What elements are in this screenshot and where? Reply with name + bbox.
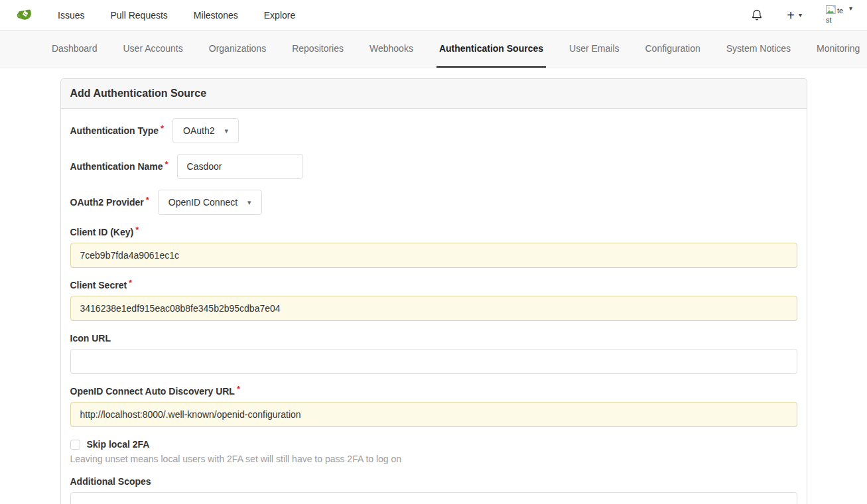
icon-url-label: Icon URL xyxy=(70,333,797,344)
add-auth-source-panel: Add Authentication Source Authentication… xyxy=(60,78,807,504)
chevron-down-icon: ▾ xyxy=(247,198,251,207)
authentication-name-input[interactable] xyxy=(177,154,303,179)
oauth2-provider-label: OAuth2 Provider* xyxy=(70,197,149,208)
primary-nav: Issues Pull Requests Milestones Explore xyxy=(58,10,295,21)
authentication-type-value: OAuth2 xyxy=(183,125,214,136)
tab-organizations[interactable]: Organizations xyxy=(206,31,269,68)
nav-explore[interactable]: Explore xyxy=(264,10,295,21)
oauth2-provider-value: OpenID Connect xyxy=(168,197,237,208)
required-asterisk: * xyxy=(146,195,149,205)
gitea-logo[interactable] xyxy=(15,5,35,25)
oidc-discovery-url-label: OpenID Connect Auto Discovery URL* xyxy=(70,386,797,397)
auth-source-form: Authentication Type* OAuth2 ▾ Authentica… xyxy=(61,109,807,504)
nav-right-group: + ▾ test ▾ xyxy=(751,5,852,25)
required-asterisk: * xyxy=(129,278,132,288)
chevron-down-icon: ▾ xyxy=(225,127,229,135)
required-asterisk: * xyxy=(135,225,139,235)
authentication-name-label: Authentication Name* xyxy=(70,161,168,172)
gitea-teacup-icon xyxy=(15,5,35,25)
create-new-dropdown[interactable]: + ▾ xyxy=(787,9,802,22)
field-authentication-type: Authentication Type* OAuth2 ▾ xyxy=(70,118,797,143)
field-oauth2-provider: OAuth2 Provider* OpenID Connect ▾ xyxy=(70,190,797,215)
tab-dashboard[interactable]: Dashboard xyxy=(49,31,100,68)
field-additional-scopes: Additional Scopes xyxy=(70,476,797,504)
required-asterisk: * xyxy=(161,123,164,133)
required-asterisk: * xyxy=(237,384,240,394)
chevron-down-icon: ▾ xyxy=(799,12,802,19)
tab-repositories[interactable]: Repositories xyxy=(289,31,346,68)
field-authentication-name: Authentication Name* xyxy=(70,154,797,179)
tab-configuration[interactable]: Configuration xyxy=(643,31,703,68)
skip-local-2fa-checkbox[interactable] xyxy=(70,440,80,450)
tab-user-emails[interactable]: User Emails xyxy=(567,31,622,68)
skip-local-2fa-label: Skip local 2FA xyxy=(87,439,150,450)
plus-icon: + xyxy=(787,9,795,22)
icon-url-input[interactable] xyxy=(70,349,797,374)
bell-icon xyxy=(751,9,763,22)
nav-issues[interactable]: Issues xyxy=(58,10,84,21)
top-navbar: Issues Pull Requests Milestones Explore … xyxy=(0,0,867,31)
field-icon-url: Icon URL xyxy=(70,333,797,374)
skip-local-2fa-help: Leaving unset means local users with 2FA… xyxy=(70,454,797,464)
client-id-input[interactable] xyxy=(70,243,797,268)
avatar: test xyxy=(826,5,844,25)
nav-milestones[interactable]: Milestones xyxy=(194,10,238,21)
user-menu-dropdown[interactable]: test ▾ xyxy=(826,5,852,25)
tab-authentication-sources[interactable]: Authentication Sources xyxy=(436,31,546,68)
additional-scopes-label: Additional Scopes xyxy=(70,476,797,487)
authentication-type-select[interactable]: OAuth2 ▾ xyxy=(172,118,239,143)
tab-system-notices[interactable]: System Notices xyxy=(724,31,793,68)
client-id-label: Client ID (Key)* xyxy=(70,227,797,237)
client-secret-input[interactable] xyxy=(70,296,797,321)
field-client-id: Client ID (Key)* xyxy=(70,227,797,268)
admin-tabbar: Dashboard User Accounts Organizations Re… xyxy=(0,31,867,68)
nav-pull-requests[interactable]: Pull Requests xyxy=(110,10,167,21)
client-secret-label: Client Secret* xyxy=(70,280,797,290)
field-client-secret: Client Secret* xyxy=(70,280,797,321)
oauth2-provider-select[interactable]: OpenID Connect ▾ xyxy=(158,190,262,215)
panel-title: Add Authentication Source xyxy=(61,79,807,109)
chevron-down-icon: ▾ xyxy=(849,5,852,12)
authentication-type-label: Authentication Type* xyxy=(70,125,165,136)
notifications-button[interactable] xyxy=(751,9,763,22)
tab-monitoring[interactable]: Monitoring xyxy=(814,31,862,68)
additional-scopes-input[interactable] xyxy=(70,492,797,504)
broken-image-icon xyxy=(826,5,836,15)
oidc-discovery-url-input[interactable] xyxy=(70,402,797,427)
field-skip-local-2fa: Skip local 2FA Leaving unset means local… xyxy=(70,439,797,464)
tab-webhooks[interactable]: Webhooks xyxy=(367,31,416,68)
tab-user-accounts[interactable]: User Accounts xyxy=(121,31,186,68)
required-asterisk: * xyxy=(165,159,168,169)
field-oidc-discovery-url: OpenID Connect Auto Discovery URL* xyxy=(70,386,797,427)
